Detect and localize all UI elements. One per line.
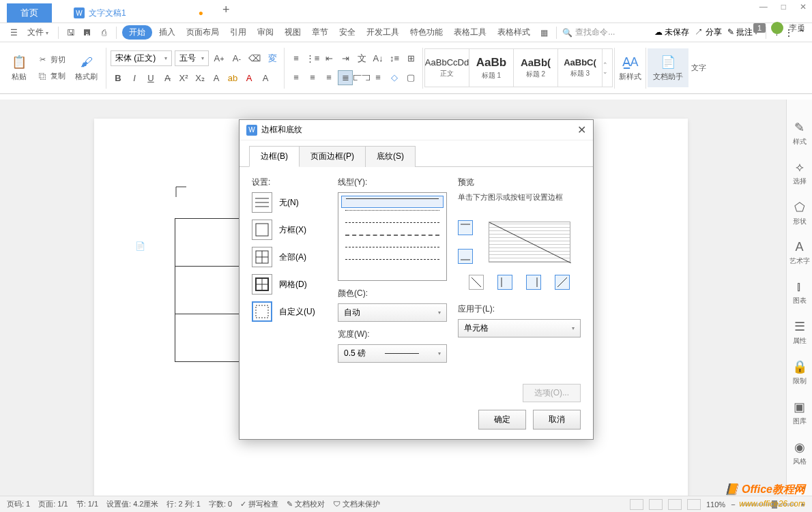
setting-all[interactable]: 全部(A) xyxy=(252,247,327,267)
line-style-list[interactable] xyxy=(338,192,447,281)
copy-button[interactable]: ⿻复制 xyxy=(34,70,68,83)
line-dashdot[interactable] xyxy=(341,257,444,269)
underline-button[interactable]: U xyxy=(143,70,158,85)
highlight-button[interactable]: ab xyxy=(225,70,240,85)
italic-button[interactable]: I xyxy=(127,70,142,85)
decrease-font-icon[interactable]: A- xyxy=(229,51,244,66)
sidebar-restrict[interactable]: 🔒限制 xyxy=(792,359,807,386)
sidebar-chart[interactable]: ⫿图表 xyxy=(793,280,807,305)
menu-overflow-icon[interactable]: ▦ xyxy=(537,26,551,40)
font-name-select[interactable]: 宋体 (正文)▾ xyxy=(111,50,172,66)
maximize-icon[interactable]: □ xyxy=(781,2,786,12)
line-solid[interactable] xyxy=(341,196,444,208)
menu-features[interactable]: 特色功能 xyxy=(406,25,447,40)
view-read-icon[interactable] xyxy=(687,499,701,510)
align-right-button[interactable]: ≡ xyxy=(321,70,336,85)
new-tab-button[interactable]: + xyxy=(213,0,240,22)
subscript-button[interactable]: X₂ xyxy=(192,70,207,85)
bottom-border-button[interactable] xyxy=(458,249,473,264)
save-icon[interactable]: 🖫 xyxy=(64,26,78,40)
status-spell[interactable]: ✓ 拼写检查 xyxy=(240,499,278,509)
status-review[interactable]: ✎ 文档校对 xyxy=(287,499,325,509)
char-shading-button[interactable]: A xyxy=(258,70,273,85)
sidebar-gallery[interactable]: ▣图库 xyxy=(793,400,807,426)
menu-review[interactable]: 审阅 xyxy=(253,25,278,40)
dialog-close-button[interactable]: ✕ xyxy=(577,123,586,136)
zoom-level[interactable]: 110% xyxy=(706,500,725,509)
diag-up-button[interactable] xyxy=(555,275,570,290)
increase-font-icon[interactable]: A+ xyxy=(212,51,227,66)
style-h3[interactable]: AaBbC(标题 3 xyxy=(558,49,603,87)
apply-to-select[interactable]: 单元格▾ xyxy=(458,319,581,337)
tab-page-borders[interactable]: 页面边框(P) xyxy=(299,146,366,167)
cut-button[interactable]: ✂剪切 xyxy=(34,53,68,67)
status-page-no[interactable]: 页码: 1 xyxy=(7,499,30,509)
text-direction-button[interactable]: 文 xyxy=(354,51,369,66)
bullets-button[interactable]: ≡ xyxy=(289,51,304,66)
menu-view[interactable]: 视图 xyxy=(280,25,305,40)
align-center-button[interactable]: ≡ xyxy=(305,70,320,85)
menu-references[interactable]: 引用 xyxy=(226,25,250,40)
tab-borders[interactable]: 边框(B) xyxy=(249,146,300,167)
style-normal[interactable]: AaBbCcDd正文 xyxy=(425,49,469,87)
borders2-button[interactable]: ▢ xyxy=(403,70,418,85)
distribute-button[interactable]: ⫍⫎ xyxy=(354,70,369,85)
tab-shading[interactable]: 底纹(S) xyxy=(365,146,416,167)
setting-custom[interactable]: 自定义(U) xyxy=(252,301,327,322)
menu-devtools[interactable]: 开发工具 xyxy=(362,25,403,40)
sidebar-theme[interactable]: ◉风格 xyxy=(793,440,807,466)
menu-start[interactable]: 开始 xyxy=(122,25,152,40)
close-icon[interactable]: ✕ xyxy=(800,2,807,12)
save-as-icon[interactable]: 🖪 xyxy=(81,26,94,40)
cloud-unsaved[interactable]: ☁ 未保存 xyxy=(654,27,689,38)
line-dotted[interactable] xyxy=(341,208,444,220)
home-tab[interactable]: 首页 xyxy=(7,3,52,22)
align-left-button[interactable]: ≡ xyxy=(289,70,304,85)
minimize-icon[interactable]: — xyxy=(759,2,768,12)
ok-button[interactable]: 确定 xyxy=(478,410,526,430)
doc-helper-button[interactable]: 📄文档助手 xyxy=(648,48,688,87)
line-button[interactable]: ≡ xyxy=(371,70,386,85)
diag-down-button[interactable] xyxy=(469,275,484,290)
status-rowcol[interactable]: 行: 2 列: 1 xyxy=(166,499,201,509)
cancel-button[interactable]: 取消 xyxy=(533,410,581,430)
status-setting[interactable]: 设置值: 4.2厘米 xyxy=(106,499,158,509)
hamburger-icon[interactable]: ☰ xyxy=(7,26,20,40)
view-print-icon[interactable] xyxy=(630,499,643,510)
avatar[interactable] xyxy=(771,22,783,34)
view-outline-icon[interactable] xyxy=(649,499,663,510)
menu-chapter[interactable]: 章节 xyxy=(308,25,332,40)
paste-button[interactable]: 📋 粘贴 xyxy=(8,51,30,85)
line-dashed-s[interactable] xyxy=(341,220,444,232)
sidebar-select[interactable]: ⟡选择 xyxy=(793,160,807,186)
menu-tablestyle[interactable]: 表格样式 xyxy=(493,25,534,40)
status-pages[interactable]: 页面: 1/1 xyxy=(38,499,68,509)
file-menu[interactable]: 文件 ▾ xyxy=(23,25,53,40)
phonetic-icon[interactable]: 変 xyxy=(265,51,280,66)
print-icon[interactable]: ⎙ xyxy=(97,26,111,40)
text-button[interactable]: 文字 xyxy=(688,60,709,76)
status-protect[interactable]: 🛡 文档未保护 xyxy=(333,499,380,509)
tab-modified-icon[interactable]: ● xyxy=(199,8,203,18)
clear-format-icon[interactable]: ⌫ xyxy=(247,51,262,66)
sidebar-style[interactable]: ✎样式 xyxy=(793,120,807,147)
right-border-button[interactable] xyxy=(526,275,541,290)
color-select[interactable]: 自动▾ xyxy=(338,303,447,322)
indent-button[interactable]: ⇥ xyxy=(338,51,353,66)
line-spacing-button[interactable]: ↕≡ xyxy=(387,51,402,66)
setting-box[interactable]: 方框(X) xyxy=(252,220,327,240)
sidebar-wordart[interactable]: A艺术字 xyxy=(789,240,810,266)
style-h1[interactable]: AaBb标题 1 xyxy=(469,49,514,87)
sidebar-props[interactable]: ☰属性 xyxy=(793,319,807,346)
status-section[interactable]: 节: 1/1 xyxy=(76,499,98,509)
setting-none[interactable]: 无(N) xyxy=(252,192,327,213)
new-style-button[interactable]: A̲A新样式 xyxy=(616,51,644,85)
strikethrough-button[interactable]: A̶ xyxy=(160,70,175,85)
width-select[interactable]: 0.5 磅▾ xyxy=(338,344,447,363)
menu-tabletools[interactable]: 表格工具 xyxy=(450,25,491,40)
align-justify-button[interactable]: ≣ xyxy=(338,70,353,85)
menu-security[interactable]: 安全 xyxy=(335,25,360,40)
line-dashed-l[interactable] xyxy=(341,245,444,257)
document-tab[interactable]: W 文字文稿1 ● xyxy=(64,3,213,22)
share-button[interactable]: ↗ 分享 xyxy=(695,27,721,38)
